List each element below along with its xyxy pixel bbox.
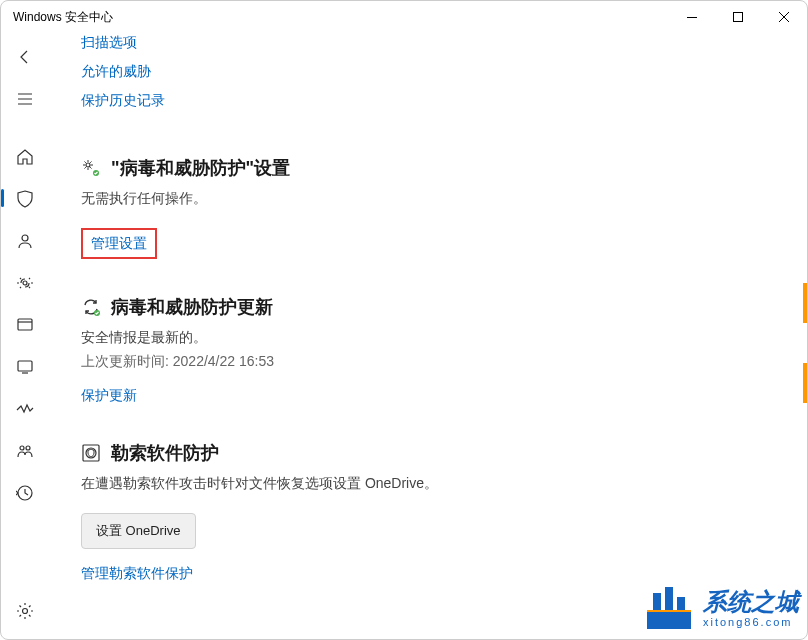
content-area: 扫描选项 允许的威胁 保护历史记录 "病毒和威胁防护"设置 无需执行任何操作。 … — [49, 33, 807, 639]
sidebar — [1, 33, 49, 639]
link-scan-options[interactable]: 扫描选项 — [81, 34, 137, 52]
close-button[interactable] — [761, 1, 807, 33]
svg-rect-18 — [677, 597, 685, 611]
svg-rect-15 — [647, 611, 691, 629]
svg-rect-0 — [687, 17, 697, 18]
sidebar-item-firewall[interactable] — [5, 263, 45, 303]
link-manage-ransomware[interactable]: 管理勒索软件保护 — [81, 565, 193, 583]
menu-button[interactable] — [5, 79, 45, 119]
section-settings: "病毒和威胁防护"设置 无需执行任何操作。 管理设置 — [81, 156, 807, 259]
watermark: 系统之城 xitong86.com — [643, 581, 799, 633]
sidebar-item-virus[interactable] — [5, 179, 45, 219]
watermark-brand: 系统之城 — [703, 586, 799, 618]
titlebar: Windows 安全中心 — [1, 1, 807, 33]
updates-title: 病毒和威胁防护更新 — [111, 295, 273, 319]
section-updates: 病毒和威胁防护更新 安全情报是最新的。 上次更新时间: 2022/4/22 16… — [81, 295, 807, 405]
sidebar-item-family[interactable] — [5, 431, 45, 471]
maximize-button[interactable] — [715, 1, 761, 33]
watermark-url: xitong86.com — [703, 616, 799, 628]
link-protection-history[interactable]: 保护历史记录 — [81, 92, 165, 110]
link-manage-settings[interactable]: 管理设置 — [91, 235, 147, 251]
ransomware-desc: 在遭遇勒索软件攻击时针对文件恢复选项设置 OneDrive。 — [81, 475, 807, 493]
svg-rect-16 — [653, 593, 661, 611]
settings-title: "病毒和威胁防护"设置 — [111, 156, 290, 180]
highlight-box: 管理设置 — [81, 228, 157, 259]
sidebar-item-app-browser[interactable] — [5, 305, 45, 345]
gear-shield-icon — [81, 158, 101, 178]
link-protection-update[interactable]: 保护更新 — [81, 387, 137, 405]
ransomware-title: 勒索软件防护 — [111, 441, 219, 465]
folder-shield-icon — [81, 443, 101, 463]
updates-desc: 安全情报是最新的。 — [81, 329, 807, 347]
sidebar-item-device-security[interactable] — [5, 347, 45, 387]
window-title: Windows 安全中心 — [13, 9, 113, 26]
settings-desc: 无需执行任何操作。 — [81, 190, 807, 208]
svg-point-3 — [23, 281, 27, 285]
window-controls — [669, 1, 807, 33]
onedrive-setup-button[interactable]: 设置 OneDrive — [81, 513, 196, 549]
svg-rect-5 — [18, 361, 32, 371]
watermark-logo-icon — [643, 581, 695, 633]
sidebar-item-home[interactable] — [5, 137, 45, 177]
sidebar-item-account[interactable] — [5, 221, 45, 261]
svg-rect-1 — [734, 13, 743, 22]
section-ransomware: 勒索软件防护 在遭遇勒索软件攻击时针对文件恢复选项设置 OneDrive。 设置… — [81, 441, 807, 583]
svg-point-10 — [86, 163, 90, 167]
svg-rect-17 — [665, 587, 673, 611]
svg-point-6 — [20, 446, 24, 450]
svg-rect-4 — [18, 319, 32, 330]
sidebar-item-settings[interactable] — [5, 591, 45, 631]
back-button[interactable] — [5, 37, 45, 77]
scroll-indicator-2 — [803, 363, 807, 403]
refresh-icon — [81, 297, 101, 317]
link-allowed-threats[interactable]: 允许的威胁 — [81, 63, 151, 81]
svg-point-7 — [26, 446, 30, 450]
svg-point-2 — [22, 235, 28, 241]
sidebar-item-history[interactable] — [5, 473, 45, 513]
scroll-indicator-1 — [803, 283, 807, 323]
updates-meta: 上次更新时间: 2022/4/22 16:53 — [81, 353, 807, 371]
minimize-button[interactable] — [669, 1, 715, 33]
svg-point-9 — [23, 609, 28, 614]
sidebar-item-performance[interactable] — [5, 389, 45, 429]
